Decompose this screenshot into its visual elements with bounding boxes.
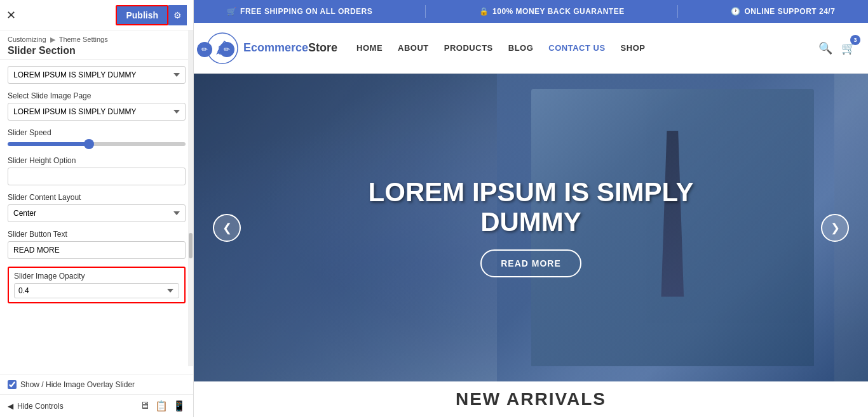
first-dropdown[interactable]: LOREM IPSUM IS SIMPLY DUMMY	[8, 66, 186, 84]
scroll-thumb[interactable]	[189, 233, 193, 258]
slider-content-layout-label: Slider Content Layout	[8, 193, 186, 202]
cart-badge: 3	[850, 35, 860, 45]
slider-prev-button[interactable]: ❮	[213, 214, 241, 242]
money-back-text: 100% MONEY BACK GUARANTEE	[492, 7, 625, 16]
hide-controls-chevron: ◀	[8, 402, 13, 411]
divider-1	[425, 5, 426, 18]
mobile-icon[interactable]: 📱	[173, 400, 186, 412]
slider-height-group: Slider Height Option	[8, 156, 186, 185]
shipping-icon: 🛒	[227, 7, 237, 16]
slider-image-opacity-select[interactable]: 0.4 0.1 0.2 0.3 0.5 0.6 0.7 0.8 0.9 1.0	[14, 283, 179, 298]
slider-content-layout-select[interactable]: Center Left Right	[8, 204, 186, 222]
new-arrivals-bar: NEW ARRIVALS	[194, 381, 868, 417]
logo-plain: Store	[308, 41, 337, 54]
slider-button-text-label: Slider Button Text	[8, 230, 186, 239]
panel-content: LOREM IPSUM IS SIMPLY DUMMY Select Slide…	[0, 60, 193, 374]
slider-image-opacity-group: Slider Image Opacity 0.4 0.1 0.2 0.3 0.5…	[8, 267, 186, 303]
nav-blog[interactable]: BLOG	[508, 43, 534, 53]
slider-speed-track	[8, 140, 186, 149]
divider-2	[677, 5, 678, 18]
bottom-bar: ◀ Hide Controls 🖥 📋 📱	[0, 394, 193, 417]
gear-button[interactable]: ⚙	[168, 5, 187, 25]
breadcrumb-area: Customizing ▶ Theme Settings Slider Sect…	[0, 30, 193, 60]
slider-speed-label: Slider Speed	[8, 128, 186, 137]
support-icon: 🕐	[731, 7, 741, 16]
logo-area: ✏ EcommerceStore	[207, 32, 337, 64]
breadcrumb-parent[interactable]: Customizing	[8, 36, 46, 43]
hide-controls-button[interactable]: ◀ Hide Controls	[8, 402, 64, 411]
slider-button-text-group: Slider Button Text	[8, 230, 186, 259]
logo-colored: Ecommerce	[243, 41, 308, 54]
breadcrumb: Customizing ▶ Theme Settings	[8, 36, 186, 44]
first-dropdown-group: LOREM IPSUM IS SIMPLY DUMMY	[8, 66, 186, 84]
tablet-icon[interactable]: 📋	[155, 400, 168, 412]
slide-image-page-select[interactable]: LOREM IPSUM IS SIMPLY DUMMY	[8, 103, 186, 121]
slider-track[interactable]	[8, 142, 186, 146]
money-back-icon: 🔒	[479, 7, 489, 16]
new-arrivals-text: NEW ARRIVALS	[456, 389, 606, 409]
cart-icon[interactable]: 🛒 3	[841, 41, 855, 55]
slider-speed-group: Slider Speed	[8, 128, 186, 149]
scroll-bar[interactable]	[188, 30, 193, 366]
nav-icons: 🔍 🛒 3	[818, 41, 855, 55]
slider-height-input[interactable]	[8, 168, 186, 185]
checkbox-row: Show / Hide Image Overlay Slider	[0, 374, 193, 394]
slider-thumb[interactable]	[84, 139, 94, 149]
announce-shipping: 🛒 FREE SHIPPING ON ALL ORDERS	[227, 7, 373, 16]
shipping-text: FREE SHIPPING ON ALL ORDERS	[240, 7, 372, 16]
hero-content: LOREM IPSUM IS SIMPLY DUMMY READ MORE	[356, 178, 706, 277]
hero-title: LOREM IPSUM IS SIMPLY DUMMY	[356, 178, 706, 236]
slider-content-layout-group: Slider Content Layout Center Left Right	[8, 193, 186, 222]
breadcrumb-child: Theme Settings	[59, 36, 108, 43]
show-hide-overlay-checkbox[interactable]	[8, 380, 17, 389]
slider-image-opacity-label: Slider Image Opacity	[14, 272, 179, 281]
section-title: Slider Section	[8, 45, 186, 56]
show-hide-overlay-label: Show / Hide Image Overlay Slider	[20, 380, 135, 389]
hero-slider: ❮ LOREM IPSUM IS SIMPLY DUMMY READ MORE …	[194, 74, 868, 381]
nav-links: HOME ABOUT PRODUCTS BLOG CONTACT US SHOP	[356, 43, 818, 53]
nav-shop[interactable]: SHOP	[621, 43, 646, 53]
announce-money-back: 🔒 100% MONEY BACK GUARANTEE	[479, 7, 625, 16]
slide-image-page-group: Select Slide Image Page LOREM IPSUM IS S…	[8, 91, 186, 121]
nav-about[interactable]: ABOUT	[398, 43, 429, 53]
nav-bar: ✏ ✏ EcommerceStore HOME ABOUT PRODUCTS	[194, 23, 868, 74]
announce-support: 🕐 ONLINE SUPPORT 24/7	[731, 7, 835, 16]
nav-home[interactable]: HOME	[356, 43, 383, 53]
slider-next-button[interactable]: ❯	[821, 214, 849, 242]
nav-products[interactable]: PRODUCTS	[444, 43, 493, 53]
publish-button[interactable]: Publish	[116, 5, 168, 25]
slider-button-text-input[interactable]	[8, 241, 186, 259]
hero-read-more-button[interactable]: READ MORE	[480, 249, 581, 277]
logo-edit-pencil[interactable]: ✏	[219, 42, 234, 57]
logo-text: EcommerceStore	[243, 41, 337, 55]
top-bar: ✕ Publish ⚙	[0, 0, 193, 30]
desktop-icon[interactable]: 🖥	[140, 400, 150, 412]
left-panel: ✕ Publish ⚙ Customizing ▶ Theme Settings…	[0, 0, 194, 417]
nav-edit-pencil[interactable]: ✏	[197, 42, 212, 57]
preview-area: 🛒 FREE SHIPPING ON ALL ORDERS 🔒 100% MON…	[194, 0, 868, 417]
device-icons: 🖥 📋 📱	[140, 400, 186, 412]
slider-height-label: Slider Height Option	[8, 156, 186, 165]
nav-contact[interactable]: CONTACT US	[548, 43, 605, 53]
slide-image-page-label: Select Slide Image Page	[8, 91, 186, 100]
hide-controls-label: Hide Controls	[17, 402, 64, 411]
search-icon[interactable]: 🔍	[818, 41, 832, 55]
announcement-bar: 🛒 FREE SHIPPING ON ALL ORDERS 🔒 100% MON…	[194, 0, 868, 23]
close-button[interactable]: ✕	[6, 8, 16, 22]
support-text: ONLINE SUPPORT 24/7	[744, 7, 835, 16]
breadcrumb-separator: ▶	[50, 36, 57, 43]
